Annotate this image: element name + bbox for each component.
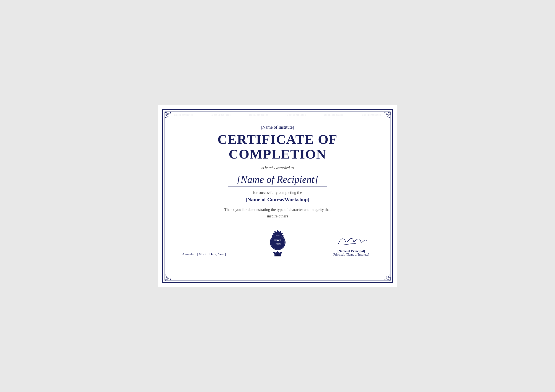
svg-text:[year]: [year] xyxy=(275,242,281,245)
svg-text:SINCE: SINCE xyxy=(274,239,282,242)
signature-image xyxy=(329,234,373,247)
description-text: Thank you for demonstrating the type of … xyxy=(180,207,375,220)
signature-line xyxy=(329,248,373,248)
principal-name: [Name of Principal] xyxy=(329,249,373,253)
certificate-title: CERTIFICATE OF COMPLETION xyxy=(180,132,375,161)
recipient-underline xyxy=(228,186,327,186)
corner-ornament-tr xyxy=(378,111,391,124)
inner-border: BestTemplates BestTemplates BestTemplate… xyxy=(165,112,390,280)
corner-ornament-bl xyxy=(164,268,177,281)
signature-area: [Name of Principal] Principal, [Name of … xyxy=(329,234,373,257)
watermark-top: BestTemplates BestTemplates BestTemplate… xyxy=(165,112,390,118)
for-completing-label: for successfully completing the xyxy=(180,190,375,195)
outer-border: BestTemplates BestTemplates BestTemplate… xyxy=(162,109,393,283)
course-name: [Name of Course/Workshop] xyxy=(180,197,375,202)
awarded-date: Awarded: [Month Date, Year] xyxy=(182,252,226,257)
seal-badge: SINCE [year] xyxy=(264,228,292,257)
principal-title: Principal, [Name of Institute] xyxy=(329,253,373,257)
corner-ornament-br xyxy=(378,268,391,281)
bottom-section: Awarded: [Month Date, Year] xyxy=(180,228,375,257)
awarded-to-label: is hereby awarded to xyxy=(180,166,375,170)
institute-name: [Name of Institute] xyxy=(180,125,375,130)
certificate-content: [Name of Institute] CERTIFICATE OF COMPL… xyxy=(180,125,375,220)
certificate-wrapper: BestTemplates BestTemplates BestTemplate… xyxy=(158,105,397,287)
recipient-name: [Name of Recipient] xyxy=(237,174,318,185)
corner-ornament-tl xyxy=(164,111,177,124)
seal-container: SINCE [year] xyxy=(264,228,292,257)
